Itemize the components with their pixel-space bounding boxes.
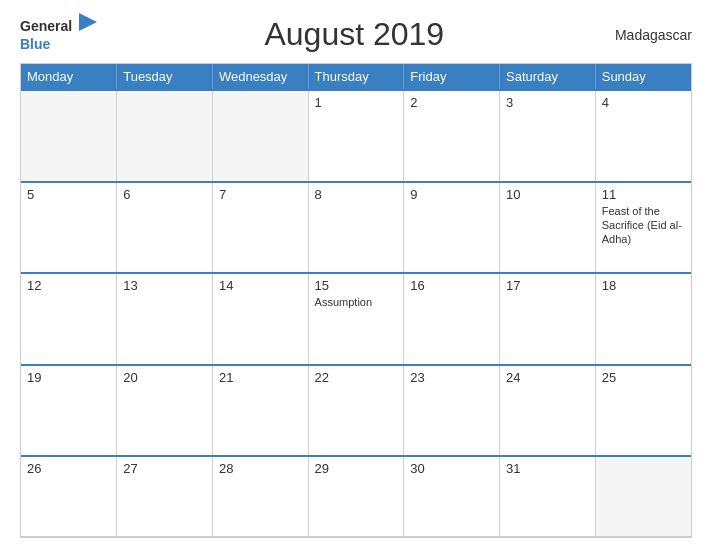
day-cell [117, 90, 213, 182]
day-cell: 27 [117, 456, 213, 536]
logo-blue: Blue [20, 36, 50, 52]
logo-general: General [20, 18, 72, 34]
day-number: 15 [315, 278, 398, 293]
day-cell: 15Assumption [308, 273, 404, 365]
day-cell: 24 [500, 365, 596, 457]
day-cell: 20 [117, 365, 213, 457]
day-number: 30 [410, 461, 493, 476]
holiday-label: Feast of the Sacrifice (Eid al-Adha) [602, 205, 682, 246]
day-number: 7 [219, 187, 302, 202]
day-number: 16 [410, 278, 493, 293]
day-number: 25 [602, 370, 685, 385]
day-cell: 21 [212, 365, 308, 457]
day-cell: 22 [308, 365, 404, 457]
header-tuesday: Tuesday [117, 64, 213, 90]
day-cell: 7 [212, 182, 308, 274]
day-cell: 19 [21, 365, 117, 457]
day-number: 2 [410, 95, 493, 110]
day-cell: 14 [212, 273, 308, 365]
day-cell: 18 [595, 273, 691, 365]
header-saturday: Saturday [500, 64, 596, 90]
day-number: 27 [123, 461, 206, 476]
day-cell: 23 [404, 365, 500, 457]
day-number: 6 [123, 187, 206, 202]
header-thursday: Thursday [308, 64, 404, 90]
day-cell: 29 [308, 456, 404, 536]
day-number: 13 [123, 278, 206, 293]
day-number: 23 [410, 370, 493, 385]
day-cell: 25 [595, 365, 691, 457]
calendar-week-row: 262728293031 [21, 456, 691, 536]
day-number: 18 [602, 278, 685, 293]
day-number: 21 [219, 370, 302, 385]
day-number: 26 [27, 461, 110, 476]
day-cell: 5 [21, 182, 117, 274]
calendar-week-row: 1234 [21, 90, 691, 182]
day-number: 12 [27, 278, 110, 293]
day-cell: 6 [117, 182, 213, 274]
logo-flag-icon [79, 13, 97, 31]
day-cell [21, 90, 117, 182]
day-cell: 2 [404, 90, 500, 182]
day-cell: 11Feast of the Sacrifice (Eid al-Adha) [595, 182, 691, 274]
calendar-week-row: 19202122232425 [21, 365, 691, 457]
day-cell [595, 456, 691, 536]
header-friday: Friday [404, 64, 500, 90]
day-number: 11 [602, 187, 685, 202]
calendar-week-row: 12131415Assumption161718 [21, 273, 691, 365]
day-number: 10 [506, 187, 589, 202]
day-number: 5 [27, 187, 110, 202]
day-number: 19 [27, 370, 110, 385]
day-number: 14 [219, 278, 302, 293]
day-cell: 9 [404, 182, 500, 274]
day-cell: 12 [21, 273, 117, 365]
holiday-label: Assumption [315, 296, 372, 308]
day-cell: 4 [595, 90, 691, 182]
day-number: 17 [506, 278, 589, 293]
country-label: Madagascar [612, 27, 692, 43]
svg-marker-0 [79, 13, 97, 31]
day-cell: 3 [500, 90, 596, 182]
day-number: 24 [506, 370, 589, 385]
calendar-week-row: 567891011Feast of the Sacrifice (Eid al-… [21, 182, 691, 274]
day-cell: 16 [404, 273, 500, 365]
day-number: 4 [602, 95, 685, 110]
day-number: 29 [315, 461, 398, 476]
header: General Blue August 2019 Madagascar [20, 16, 692, 53]
day-cell: 8 [308, 182, 404, 274]
day-number: 20 [123, 370, 206, 385]
day-cell: 1 [308, 90, 404, 182]
day-cell: 17 [500, 273, 596, 365]
day-cell: 13 [117, 273, 213, 365]
day-cell [212, 90, 308, 182]
day-number: 8 [315, 187, 398, 202]
day-number: 3 [506, 95, 589, 110]
day-number: 9 [410, 187, 493, 202]
day-number: 28 [219, 461, 302, 476]
day-headers-row: Monday Tuesday Wednesday Thursday Friday… [21, 64, 691, 90]
day-number: 1 [315, 95, 398, 110]
month-title: August 2019 [97, 16, 612, 53]
day-cell: 28 [212, 456, 308, 536]
header-wednesday: Wednesday [212, 64, 308, 90]
header-monday: Monday [21, 64, 117, 90]
day-cell: 30 [404, 456, 500, 536]
logo: General Blue [20, 17, 97, 53]
day-number: 22 [315, 370, 398, 385]
day-cell: 31 [500, 456, 596, 536]
calendar-page: General Blue August 2019 Madagascar Mond… [0, 0, 712, 550]
header-sunday: Sunday [595, 64, 691, 90]
day-cell: 10 [500, 182, 596, 274]
calendar-grid: Monday Tuesday Wednesday Thursday Friday… [20, 63, 692, 538]
day-cell: 26 [21, 456, 117, 536]
day-number: 31 [506, 461, 589, 476]
